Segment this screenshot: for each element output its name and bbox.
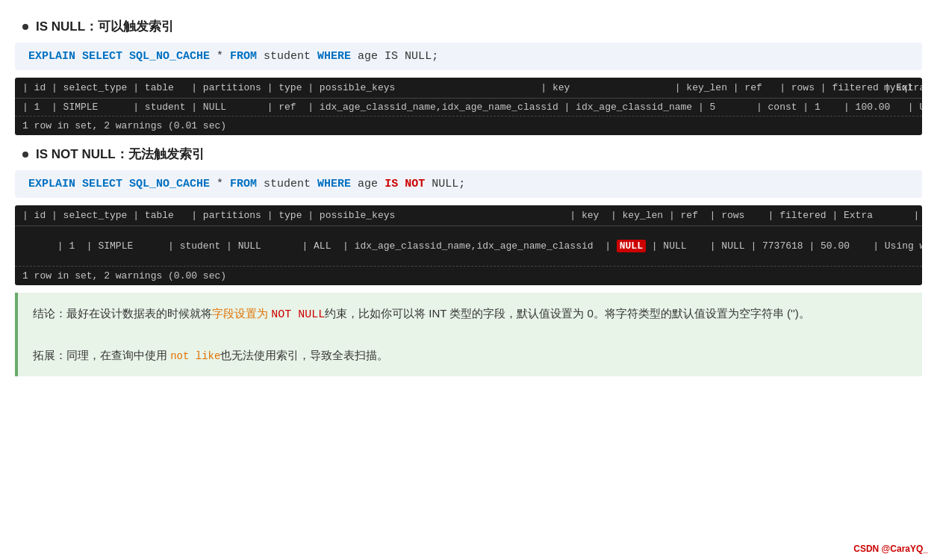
terminal-2-data: | 1 | SIMPLE | student | NULL | ALL | id… [15, 226, 922, 267]
is-null-bullet: IS NULL：可以触发索引 [22, 18, 922, 35]
terminal-1-footer: 1 row in set, 2 warnings (0.01 sec) [15, 116, 922, 135]
terminal-2-data-pre: | 1 | SIMPLE | student | NULL | ALL | id… [57, 240, 617, 252]
expand-text: 拓展：同理，在查询中使用 not like也无法使用索引，导致全表扫描。 [33, 345, 907, 366]
terminal-1: mysql | id | select_type | table | parti… [15, 78, 922, 135]
sql-2-star: * [210, 178, 230, 190]
expand-code: not like [170, 350, 220, 362]
sql-2-table: student [257, 178, 317, 190]
is-null-label: IS NULL：可以触发索引 [36, 18, 174, 35]
conclusion-before: 结论：最好在设计数据表的时候就将 [33, 307, 212, 320]
kw-explain-1: EXPLAIN SELECT SQL_NO_CACHE [28, 50, 210, 63]
terminal-2-header: | id | select_type | table | partitions … [15, 205, 922, 226]
is-not-null-label: IS NOT NULL：无法触发索引 [36, 146, 205, 163]
sql-1-table: student [257, 50, 317, 63]
kw-where-2: WHERE [317, 178, 351, 190]
expand-label: 拓展：同理，在查询中使用 [33, 349, 167, 361]
bullet-dot [22, 24, 28, 30]
terminal-1-header: | id | select_type | table | partitions … [15, 78, 922, 99]
bullet-dot-2 [22, 152, 28, 158]
conclusion-highlight1: 字段设置为 [212, 308, 268, 321]
is-not-null-bullet: IS NOT NULL：无法触发索引 [22, 146, 922, 163]
conclusion-mid: 约束，比如你可以将 INT 类型的字段，默认值设置为 0。将字符类型的默认值设置… [325, 307, 810, 320]
sql-code-2: EXPLAIN SELECT SQL_NO_CACHE * FROM stude… [15, 170, 922, 198]
sql-1-star: * [210, 50, 230, 63]
expand-suffix: 也无法使用索引，导致全表扫描。 [220, 349, 388, 361]
terminal-1-data: | 1 | SIMPLE | student | NULL | ref | id… [15, 99, 922, 116]
kw-explain-2: EXPLAIN SELECT SQL_NO_CACHE [28, 178, 210, 190]
sql-1-col: age IS NULL; [351, 50, 438, 63]
conclusion-text: 结论：最好在设计数据表的时候就将字段设置为 NOT NULL约束，比如你可以将 … [33, 303, 907, 325]
conclusion-highlight2: NOT NULL [271, 308, 325, 321]
kw-where-1: WHERE [317, 50, 351, 63]
terminal-2-data-post: | NULL | NULL | 7737618 | 50.00 | Using … [646, 240, 922, 252]
terminal-2: | id | select_type | table | partitions … [15, 205, 922, 285]
kw-from-1: FROM [230, 50, 257, 63]
kw-from-2: FROM [230, 178, 257, 190]
conclusion-block: 结论：最好在设计数据表的时候就将字段设置为 NOT NULL约束，比如你可以将 … [15, 293, 922, 376]
sql-2-col: age [351, 178, 385, 190]
is-not-keyword: IS NOT [385, 178, 425, 190]
terminal-2-footer: 1 row in set, 2 warnings (0.00 sec) [15, 267, 922, 285]
null-highlight: NULL [617, 240, 646, 252]
terminal-label-1: mysql [884, 82, 913, 93]
sql-code-1: EXPLAIN SELECT SQL_NO_CACHE * FROM stude… [15, 43, 922, 70]
sql-2-null: NULL; [425, 178, 465, 190]
